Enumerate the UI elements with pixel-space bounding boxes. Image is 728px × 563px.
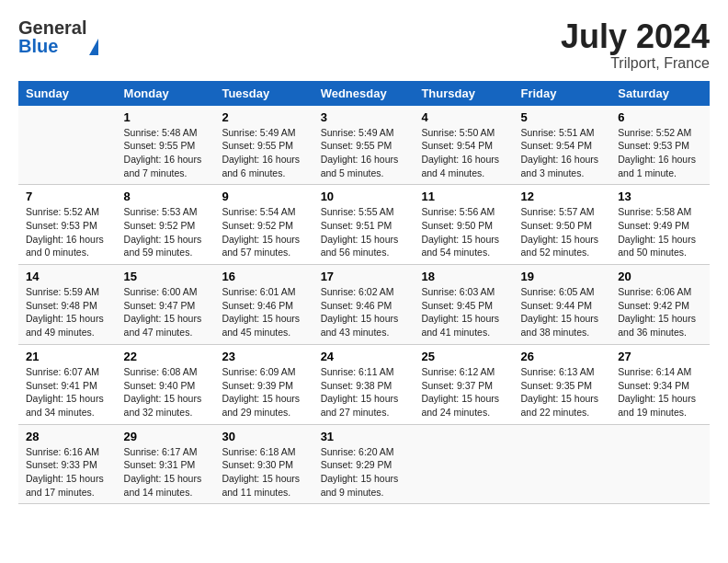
day-info: Sunrise: 6:05 AMSunset: 9:44 PMDaylight:… — [520, 285, 603, 339]
day-of-week-header: Monday — [117, 81, 215, 106]
calendar-cell — [414, 424, 513, 504]
calendar-cell: 16Sunrise: 6:01 AMSunset: 9:46 PMDayligh… — [214, 265, 313, 345]
day-info: Sunrise: 5:49 AMSunset: 9:55 PMDaylight:… — [222, 126, 305, 180]
day-info: Sunrise: 6:01 AMSunset: 9:46 PMDaylight:… — [222, 285, 305, 339]
day-info: Sunrise: 6:13 AMSunset: 9:35 PMDaylight:… — [520, 365, 603, 419]
day-number: 11 — [421, 190, 506, 203]
day-number: 24 — [321, 350, 407, 363]
day-info: Sunrise: 5:55 AMSunset: 9:51 PMDaylight:… — [321, 205, 407, 259]
calendar-cell: 24Sunrise: 6:11 AMSunset: 9:38 PMDayligh… — [313, 344, 415, 424]
logo-text: General Blue — [18, 18, 86, 55]
day-info: Sunrise: 6:20 AMSunset: 9:29 PMDaylight:… — [321, 445, 407, 500]
day-info: Sunrise: 5:58 AMSunset: 9:49 PMDaylight:… — [618, 205, 702, 259]
day-info: Sunrise: 6:17 AMSunset: 9:31 PMDaylight:… — [124, 445, 208, 500]
day-of-week-header: Saturday — [610, 81, 710, 106]
day-number: 8 — [124, 190, 208, 203]
calendar-cell: 29Sunrise: 6:17 AMSunset: 9:31 PMDayligh… — [117, 424, 215, 504]
calendar-cell: 14Sunrise: 5:59 AMSunset: 9:48 PMDayligh… — [18, 265, 117, 345]
calendar-cell — [513, 424, 610, 504]
day-number: 17 — [321, 270, 407, 283]
calendar-cell: 2Sunrise: 5:49 AMSunset: 9:55 PMDaylight… — [214, 106, 313, 185]
day-number: 25 — [421, 350, 506, 363]
day-number: 16 — [222, 270, 305, 283]
calendar-cell: 9Sunrise: 5:54 AMSunset: 9:52 PMDaylight… — [214, 185, 313, 265]
day-of-week-header: Friday — [513, 81, 610, 106]
day-info: Sunrise: 5:50 AMSunset: 9:54 PMDaylight:… — [421, 126, 506, 180]
day-number: 19 — [520, 270, 603, 283]
calendar-cell: 23Sunrise: 6:09 AMSunset: 9:39 PMDayligh… — [214, 344, 313, 424]
day-info: Sunrise: 6:16 AMSunset: 9:33 PMDaylight:… — [26, 445, 109, 500]
days-of-week-row: SundayMondayTuesdayWednesdayThursdayFrid… — [18, 81, 710, 106]
day-number: 31 — [321, 430, 407, 443]
calendar-cell: 19Sunrise: 6:05 AMSunset: 9:44 PMDayligh… — [513, 265, 610, 345]
day-info: Sunrise: 6:03 AMSunset: 9:45 PMDaylight:… — [421, 285, 506, 339]
day-number: 4 — [421, 110, 506, 124]
day-of-week-header: Wednesday — [313, 81, 415, 106]
day-info: Sunrise: 5:49 AMSunset: 9:55 PMDaylight:… — [321, 126, 407, 180]
day-info: Sunrise: 6:08 AMSunset: 9:40 PMDaylight:… — [124, 365, 208, 419]
day-of-week-header: Thursday — [414, 81, 513, 106]
day-info: Sunrise: 5:59 AMSunset: 9:48 PMDaylight:… — [26, 285, 109, 339]
day-number: 27 — [618, 350, 702, 363]
calendar-cell — [18, 106, 117, 185]
calendar-cell: 18Sunrise: 6:03 AMSunset: 9:45 PMDayligh… — [414, 265, 513, 345]
day-info: Sunrise: 6:09 AMSunset: 9:39 PMDaylight:… — [222, 365, 305, 419]
calendar-cell: 28Sunrise: 6:16 AMSunset: 9:33 PMDayligh… — [18, 424, 117, 504]
day-info: Sunrise: 6:14 AMSunset: 9:34 PMDaylight:… — [618, 365, 702, 419]
day-number: 29 — [124, 430, 208, 443]
day-info: Sunrise: 5:53 AMSunset: 9:52 PMDaylight:… — [124, 205, 208, 259]
calendar-cell: 27Sunrise: 6:14 AMSunset: 9:34 PMDayligh… — [610, 344, 710, 424]
day-number: 20 — [618, 270, 702, 283]
day-info: Sunrise: 6:02 AMSunset: 9:46 PMDaylight:… — [321, 285, 407, 339]
calendar-week-row: 1Sunrise: 5:48 AMSunset: 9:55 PMDaylight… — [18, 106, 710, 185]
day-info: Sunrise: 5:52 AMSunset: 9:53 PMDaylight:… — [26, 205, 109, 259]
calendar-cell: 12Sunrise: 5:57 AMSunset: 9:50 PMDayligh… — [513, 185, 610, 265]
calendar-cell: 8Sunrise: 5:53 AMSunset: 9:52 PMDaylight… — [117, 185, 215, 265]
logo-general: General — [18, 18, 86, 37]
day-number: 10 — [321, 190, 407, 203]
day-info: Sunrise: 5:57 AMSunset: 9:50 PMDaylight:… — [520, 205, 603, 259]
day-number: 12 — [520, 190, 603, 203]
day-number: 14 — [26, 270, 109, 283]
day-info: Sunrise: 5:56 AMSunset: 9:50 PMDaylight:… — [421, 205, 506, 259]
logo-blue: Blue — [18, 37, 86, 55]
day-number: 21 — [26, 350, 109, 363]
page-header: General Blue July 2024 Trilport, France — [18, 18, 710, 72]
day-number: 26 — [520, 350, 603, 363]
day-number: 15 — [124, 270, 208, 283]
logo: General Blue — [18, 18, 98, 55]
day-number: 13 — [618, 190, 702, 203]
calendar-cell: 15Sunrise: 6:00 AMSunset: 9:47 PMDayligh… — [117, 265, 215, 345]
day-number: 9 — [222, 190, 305, 203]
calendar-cell: 1Sunrise: 5:48 AMSunset: 9:55 PMDaylight… — [117, 106, 215, 185]
calendar-cell: 31Sunrise: 6:20 AMSunset: 9:29 PMDayligh… — [313, 424, 415, 504]
calendar-cell: 7Sunrise: 5:52 AMSunset: 9:53 PMDaylight… — [18, 185, 117, 265]
day-number: 28 — [26, 430, 109, 443]
day-number: 1 — [124, 110, 208, 124]
day-of-week-header: Sunday — [18, 81, 117, 106]
day-number: 7 — [26, 190, 109, 203]
title-block: July 2024 Trilport, France — [561, 18, 710, 72]
calendar-cell: 30Sunrise: 6:18 AMSunset: 9:30 PMDayligh… — [214, 424, 313, 504]
calendar-cell: 6Sunrise: 5:52 AMSunset: 9:53 PMDaylight… — [610, 106, 710, 185]
calendar-cell: 5Sunrise: 5:51 AMSunset: 9:54 PMDaylight… — [513, 106, 610, 185]
day-info: Sunrise: 5:48 AMSunset: 9:55 PMDaylight:… — [124, 126, 208, 180]
calendar-cell: 10Sunrise: 5:55 AMSunset: 9:51 PMDayligh… — [313, 185, 415, 265]
day-info: Sunrise: 6:00 AMSunset: 9:47 PMDaylight:… — [124, 285, 208, 339]
day-info: Sunrise: 6:11 AMSunset: 9:38 PMDaylight:… — [321, 365, 407, 419]
calendar-cell: 3Sunrise: 5:49 AMSunset: 9:55 PMDaylight… — [313, 106, 415, 185]
day-info: Sunrise: 6:07 AMSunset: 9:41 PMDaylight:… — [26, 365, 109, 419]
calendar-table: SundayMondayTuesdayWednesdayThursdayFrid… — [18, 81, 710, 505]
day-number: 5 — [520, 110, 603, 124]
day-number: 3 — [321, 110, 407, 124]
calendar-week-row: 21Sunrise: 6:07 AMSunset: 9:41 PMDayligh… — [18, 344, 710, 424]
location-title: Trilport, France — [561, 55, 710, 72]
day-number: 22 — [124, 350, 208, 363]
day-of-week-header: Tuesday — [214, 81, 313, 106]
calendar-week-row: 7Sunrise: 5:52 AMSunset: 9:53 PMDaylight… — [18, 185, 710, 265]
calendar-cell — [610, 424, 710, 504]
day-number: 6 — [618, 110, 702, 124]
calendar-body: 1Sunrise: 5:48 AMSunset: 9:55 PMDaylight… — [18, 106, 710, 504]
day-number: 23 — [222, 350, 305, 363]
day-info: Sunrise: 5:54 AMSunset: 9:52 PMDaylight:… — [222, 205, 305, 259]
